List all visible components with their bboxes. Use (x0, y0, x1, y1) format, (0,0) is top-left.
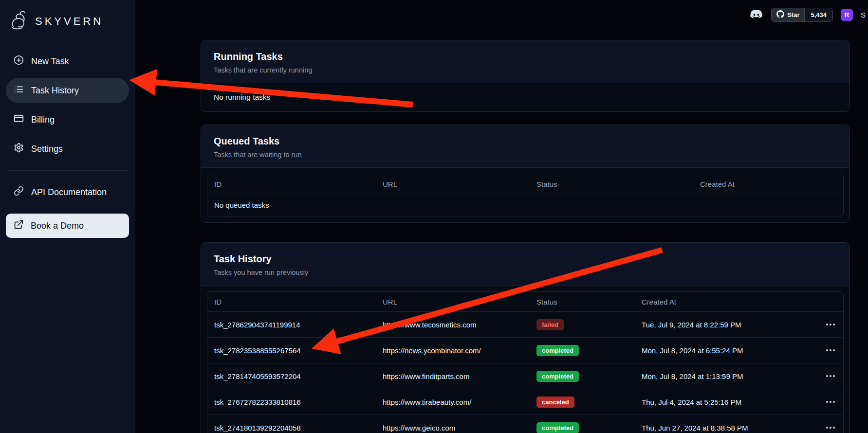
sidebar-item-label: Billing (31, 115, 55, 125)
running-tasks-card: Running Tasks Tasks that are currently r… (201, 40, 850, 112)
sidebar-item-new-task[interactable]: New Task (6, 49, 129, 74)
topbar: Star 5,434 R S (749, 8, 868, 22)
row-actions-button[interactable] (825, 320, 836, 329)
task-history-title: Task History (214, 253, 837, 265)
task-id-cell: tsk_276727822333810816 (207, 398, 376, 406)
row-actions-button[interactable] (825, 423, 836, 433)
plus-circle-icon (14, 55, 24, 68)
table-row[interactable]: tsk_278235388555267564 https://news.ycom… (207, 337, 843, 363)
task-history-card: Task History Tasks you have run previous… (201, 242, 850, 433)
sidebar: SKYVERN New Task Task History (0, 0, 135, 433)
task-actions-cell (800, 320, 843, 329)
table-row[interactable]: tsk_274180139292204058 https://www.geico… (207, 415, 843, 433)
task-url-cell: https://www.tirabeauty.com/ (376, 398, 530, 406)
avatar[interactable]: R (841, 9, 853, 21)
task-created-at-cell: Thu, Jul 4, 2024 at 5:25:16 PM (635, 398, 800, 406)
task-history-body: ID URL Status Created At tsk_27862904374… (201, 286, 850, 433)
task-history-subtitle: Tasks you have run previously (214, 269, 837, 276)
sidebar-divider (8, 170, 127, 171)
task-created-at-cell: Mon, Jul 8, 2024 at 1:13:59 PM (635, 372, 800, 380)
history-table-body: tsk_278629043741199914 https://www.tecos… (207, 311, 843, 433)
github-icon (776, 10, 784, 19)
app-title: SKYVERN (35, 15, 103, 28)
task-id-cell: tsk_274180139292204058 (207, 424, 376, 432)
column-header-url: URL (376, 180, 530, 188)
book-a-demo-button[interactable]: Book a Demo (6, 214, 129, 238)
column-header-url: URL (376, 298, 530, 306)
column-header-id: ID (207, 180, 376, 188)
external-link-icon (14, 219, 24, 232)
task-created-at-cell: Mon, Jul 8, 2024 at 6:55:24 PM (635, 346, 800, 355)
ellipsis-icon (830, 349, 831, 351)
ellipsis-icon (830, 427, 831, 429)
task-url-cell: https://www.tecosmetics.com (376, 321, 530, 329)
task-created-at-cell: Tue, Jul 9, 2024 at 8:22:59 PM (635, 321, 800, 329)
github-star-label: Star (787, 11, 799, 18)
sidebar-item-task-history[interactable]: Task History (6, 78, 129, 103)
row-actions-button[interactable] (825, 371, 836, 381)
table-row[interactable]: tsk_278629043741199914 https://www.tecos… (207, 311, 843, 337)
gear-icon (14, 143, 24, 155)
task-status-cell: canceled (530, 397, 635, 408)
column-header-status: Status (530, 298, 635, 306)
task-url-cell: https://www.geico.com (376, 424, 530, 432)
running-tasks-subtitle: Tasks that are currently running (214, 66, 837, 74)
main-content: Running Tasks Tasks that are currently r… (135, 0, 868, 433)
task-url-cell: https://news.ycombinator.com/ (376, 346, 530, 355)
ellipsis-icon (830, 324, 831, 325)
sidebar-item-api-documentation[interactable]: API Documentation (6, 180, 129, 205)
queued-tasks-body: ID URL Status Created At No queued tasks (201, 168, 850, 222)
primary-nav: New Task Task History Billing (0, 49, 135, 162)
sidebar-item-label: Settings (31, 144, 63, 154)
ellipsis-icon (830, 401, 831, 403)
column-header-created-at: Created At (635, 298, 800, 306)
task-created-at-cell: Thu, Jun 27, 2024 at 8:38:58 PM (635, 424, 800, 432)
queued-tasks-empty-text: No queued tasks (207, 194, 843, 216)
queued-table-header: ID URL Status Created At (207, 174, 843, 194)
task-actions-cell (800, 345, 843, 355)
task-url-cell: https://www.finditparts.com (376, 372, 530, 380)
book-a-demo-label: Book a Demo (31, 221, 84, 231)
column-header-status: Status (530, 180, 693, 188)
queued-tasks-title: Queued Tasks (214, 136, 837, 147)
task-history-table: ID URL Status Created At tsk_27862904374… (207, 291, 844, 433)
task-history-header: Task History Tasks you have run previous… (201, 243, 850, 286)
status-badge: completed (536, 371, 579, 382)
status-badge: completed (536, 345, 579, 356)
sidebar-item-label: New Task (31, 56, 69, 67)
history-table-header: ID URL Status Created At (207, 292, 843, 311)
discord-icon[interactable] (749, 8, 763, 22)
github-star-left[interactable]: Star (772, 8, 804, 21)
task-id-cell: tsk_278147405593572204 (207, 372, 376, 380)
column-header-id: ID (207, 298, 376, 306)
link-icon (14, 186, 24, 198)
task-status-cell: completed (530, 422, 635, 433)
queued-tasks-card: Queued Tasks Tasks that are waiting to r… (201, 125, 850, 223)
running-tasks-title: Running Tasks (214, 51, 837, 62)
task-id-cell: tsk_278235388555267564 (207, 346, 376, 355)
sidebar-item-billing[interactable]: Billing (6, 107, 129, 132)
running-tasks-header: Running Tasks Tasks that are currently r… (201, 40, 850, 83)
status-badge: canceled (536, 397, 574, 408)
sidebar-item-label: API Documentation (31, 187, 107, 198)
task-actions-cell (800, 397, 843, 407)
row-actions-button[interactable] (825, 345, 836, 355)
row-actions-button[interactable] (825, 397, 836, 407)
column-header-created-at: Created At (693, 180, 843, 188)
task-status-cell: completed (530, 345, 635, 356)
ellipsis-icon (830, 375, 831, 377)
sidebar-item-label: Task History (31, 86, 79, 96)
table-row[interactable]: tsk_278147405593572204 https://www.findi… (207, 363, 843, 389)
queued-tasks-table: ID URL Status Created At No queued tasks (207, 174, 844, 216)
github-star-button[interactable]: Star 5,434 (771, 8, 833, 22)
queued-tasks-subtitle: Tasks that are waiting to run (214, 151, 837, 159)
queued-tasks-header: Queued Tasks Tasks that are waiting to r… (201, 125, 850, 168)
user-name-label: S (861, 11, 868, 19)
sidebar-item-settings[interactable]: Settings (6, 136, 129, 162)
task-status-cell: completed (530, 371, 635, 382)
table-row[interactable]: tsk_276727822333810816 https://www.tirab… (207, 389, 843, 415)
github-star-count[interactable]: 5,434 (804, 8, 832, 21)
secondary-nav: API Documentation Book a Demo (0, 180, 135, 238)
task-actions-cell (800, 423, 843, 433)
credit-card-icon (14, 113, 24, 126)
